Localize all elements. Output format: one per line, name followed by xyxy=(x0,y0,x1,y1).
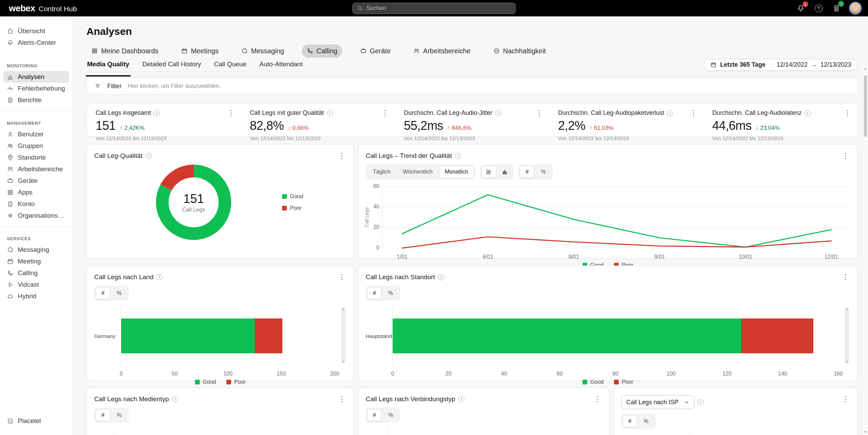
unit-percent-button[interactable]: % xyxy=(638,415,654,427)
chevron-down-icon[interactable]: ∨ xyxy=(342,359,345,363)
unit-percent-button[interactable]: % xyxy=(111,287,127,299)
kebab-menu-icon[interactable] xyxy=(224,108,237,118)
info-icon[interactable] xyxy=(495,110,501,116)
unit-count-button[interactable]: # xyxy=(367,409,382,421)
unit-count-button[interactable]: # xyxy=(622,415,637,427)
info-icon[interactable] xyxy=(804,110,811,116)
bar-chart-button[interactable] xyxy=(497,166,512,178)
sidebar-item-gruppen[interactable]: Gruppen xyxy=(3,140,69,152)
subtab-call-queue[interactable]: Call Queue xyxy=(213,60,247,72)
kebab-menu-icon[interactable] xyxy=(687,108,700,118)
filter-bar[interactable]: Filter Hier klicken, um Filter auszuwähl… xyxy=(86,78,858,95)
sidebar-item-analysen[interactable]: Analysen xyxy=(3,71,69,83)
sidebar-item-alerts-center[interactable]: Alerts-Center xyxy=(3,37,69,49)
legend-poor[interactable]: Poor xyxy=(226,379,246,385)
chevron-up-icon[interactable]: ∧ xyxy=(846,307,848,311)
kebab-menu-icon[interactable] xyxy=(839,272,852,282)
tab-messaging[interactable]: Messaging xyxy=(236,44,289,58)
tab-nachhaltigkeit[interactable]: Nachhaltigkeit xyxy=(488,44,551,58)
date-range-picker[interactable]: Letzte 365 Tage 12/14/2022 → 12/13/2023 xyxy=(704,59,858,71)
chart-scrollbar[interactable]: ∧∨ xyxy=(341,307,346,364)
info-icon[interactable] xyxy=(455,153,461,159)
tab-meine-dashboards[interactable]: Meine Dashboards xyxy=(86,44,163,58)
legend-good[interactable]: Good xyxy=(282,193,303,200)
date-range-end[interactable]: 12/13/2023 xyxy=(821,61,851,68)
unit-count-button[interactable]: # xyxy=(96,409,110,421)
notifications-button[interactable]: 1 xyxy=(796,3,806,13)
info-icon[interactable] xyxy=(327,110,333,116)
sidebar-item-vidcast[interactable]: Vidcast xyxy=(3,279,69,290)
info-icon[interactable] xyxy=(438,274,444,280)
kebab-menu-icon[interactable] xyxy=(379,108,392,118)
sidebar-item-calling[interactable]: Calling xyxy=(3,267,69,279)
bar-good-segment[interactable] xyxy=(121,318,255,353)
kebab-menu-icon[interactable] xyxy=(335,394,348,404)
tab-meetings[interactable]: Meetings xyxy=(176,44,223,58)
sidebar-item-placetel[interactable]: Placetel xyxy=(3,415,69,427)
subtab-auto-attendant[interactable]: Auto-Attendant xyxy=(259,60,304,72)
unit-percent-button[interactable]: % xyxy=(382,287,399,299)
info-icon[interactable] xyxy=(156,274,163,280)
tab-geraete[interactable]: Geräte xyxy=(355,44,395,58)
line-chart-button[interactable] xyxy=(481,166,496,178)
kebab-menu-icon[interactable] xyxy=(335,272,348,282)
bar-poor-segment[interactable] xyxy=(255,318,282,353)
sidebar-item-hybrid[interactable]: Hybrid xyxy=(3,290,69,302)
info-icon[interactable] xyxy=(154,110,160,116)
date-range-start[interactable]: 12/14/2022 xyxy=(777,61,808,68)
chevron-down-icon[interactable]: ∨ xyxy=(846,359,848,363)
legend-good[interactable]: Good xyxy=(583,379,604,385)
sidebar-item-standorte[interactable]: Standorte xyxy=(3,152,69,163)
scrollbar-thumb[interactable] xyxy=(864,75,867,137)
subtab-media-quality[interactable]: Media Quality xyxy=(86,60,130,72)
isp-metric-select[interactable]: Call Legs nach ISP xyxy=(621,395,695,409)
granularity-woechentlich[interactable]: Wöchentlich xyxy=(397,166,438,178)
unit-percent-button[interactable]: % xyxy=(535,166,551,178)
info-icon[interactable] xyxy=(698,399,704,405)
scroll-down-icon[interactable]: ▼ xyxy=(864,430,867,434)
kebab-menu-icon[interactable] xyxy=(533,108,546,118)
chevron-up-icon[interactable]: ∧ xyxy=(342,307,345,311)
sidebar-item-organisationseinstellungen[interactable]: Organisationseinstellun... xyxy=(3,210,69,221)
help-button[interactable]: ? xyxy=(813,3,824,13)
granularity-taeglich[interactable]: Täglich xyxy=(367,166,396,178)
sidebar-item-uebersicht[interactable]: Übersicht xyxy=(3,25,69,37)
legend-good[interactable]: Good xyxy=(195,379,216,385)
page-scrollbar[interactable]: ▲ ▼ xyxy=(863,66,868,435)
bar-good-segment[interactable] xyxy=(393,318,741,353)
info-icon[interactable] xyxy=(146,153,152,159)
legend-poor[interactable]: Poor xyxy=(282,205,303,211)
unit-count-button[interactable]: # xyxy=(367,287,382,299)
info-icon[interactable] xyxy=(172,396,178,402)
kebab-menu-icon[interactable] xyxy=(839,394,852,404)
kebab-menu-icon[interactable] xyxy=(839,151,852,161)
sidebar-item-arbeitsbereiche[interactable]: Arbeitsbereiche xyxy=(3,163,69,175)
tab-calling[interactable]: Calling xyxy=(302,44,342,58)
system-status-button[interactable]: ✓ xyxy=(831,3,841,13)
unit-count-button[interactable]: # xyxy=(96,287,110,299)
user-avatar[interactable] xyxy=(849,2,862,15)
unit-percent-button[interactable]: % xyxy=(111,409,127,421)
webex-logo[interactable]: webex Control Hub xyxy=(9,3,77,14)
granularity-monatlich[interactable]: Monatlich xyxy=(439,166,474,178)
sidebar-item-benutzer[interactable]: Benutzer xyxy=(3,128,69,140)
kebab-menu-icon[interactable] xyxy=(841,108,854,118)
sidebar-item-geraete[interactable]: Geräte xyxy=(3,175,69,187)
sidebar-item-meeting[interactable]: Meeting xyxy=(3,256,69,267)
unit-count-button[interactable]: # xyxy=(520,166,534,178)
sidebar-item-fehlerbehebung[interactable]: Fehlerbehebung xyxy=(3,83,69,94)
kebab-menu-icon[interactable] xyxy=(591,394,604,404)
search-input[interactable]: Suchen xyxy=(352,3,516,14)
legend-poor[interactable]: Poor xyxy=(614,379,633,385)
info-icon[interactable] xyxy=(458,396,464,402)
info-icon[interactable] xyxy=(667,110,673,116)
sidebar-item-messaging[interactable]: Messaging xyxy=(3,244,69,256)
chart-scrollbar[interactable]: ∧∨ xyxy=(845,307,849,364)
subtab-detailed-call-history[interactable]: Detailed Call History xyxy=(142,60,202,72)
sidebar-item-berichte[interactable]: Berichte xyxy=(3,94,69,106)
kebab-menu-icon[interactable] xyxy=(335,151,348,161)
bar-poor-segment[interactable] xyxy=(741,318,813,353)
unit-percent-button[interactable]: % xyxy=(382,409,399,421)
scroll-up-icon[interactable]: ▲ xyxy=(864,67,867,70)
tab-arbeitsbereiche[interactable]: Arbeitsbereiche xyxy=(408,44,475,58)
